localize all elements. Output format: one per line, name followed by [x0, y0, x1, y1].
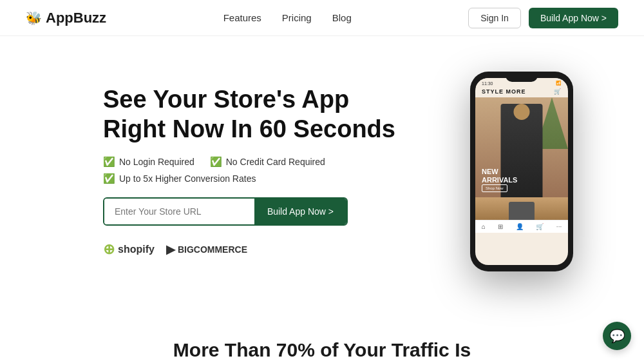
badge-no-login-text: No Login Required: [119, 157, 194, 167]
phone-app-nav-bar: ⌂ ⊞ 👤 🛒 ···: [475, 220, 568, 233]
phone-more-icon: ···: [556, 223, 562, 230]
phone-hero-text: NEW ARRIVALS: [482, 168, 517, 184]
hero-title: See Your Store's App Right Now In 60 Sec…: [103, 85, 399, 144]
shopify-logo: ⊕ shopify: [103, 241, 155, 258]
check-icon-3: ✅: [103, 173, 115, 184]
phone-cart-nav-icon: 🛒: [536, 223, 544, 230]
hero-section: See Your Store's App Right Now In 60 Sec…: [0, 36, 644, 307]
chat-icon: 💬: [609, 328, 625, 344]
navbar: 🐝 AppBuzz Features Pricing Blog Sign In …: [0, 0, 644, 36]
badge-conversion: ✅ Up to 5x Higher Conversion Rates: [103, 173, 256, 184]
badge-conversion-text: Up to 5x Higher Conversion Rates: [119, 173, 256, 184]
hero-form: Build App Now >: [103, 197, 348, 226]
badge-no-credit-text: No Credit Card Required: [226, 157, 325, 167]
phone-mockup-container: 11:30 📶 STYLE MORE 🛒 NEW: [451, 72, 592, 271]
nav-pricing[interactable]: Pricing: [282, 12, 312, 23]
hero-left: See Your Store's App Right Now In 60 Sec…: [103, 85, 399, 257]
phone-notch: [506, 72, 538, 82]
shopify-icon: ⊕: [103, 241, 115, 258]
build-app-hero-button[interactable]: Build App Now >: [254, 199, 346, 224]
phone-signal-icons: 📶: [556, 81, 562, 86]
phone-hero-image: NEW ARRIVALS Shop Now: [475, 97, 568, 197]
phone-home-icon: ⌂: [482, 223, 486, 230]
phone-outer: 11:30 📶 STYLE MORE 🛒 NEW: [470, 72, 573, 271]
phone-user-icon: 👤: [516, 223, 524, 230]
store-url-input[interactable]: [104, 199, 254, 224]
logo[interactable]: 🐝 AppBuzz: [26, 10, 106, 26]
phone-store-name: STYLE MORE: [482, 88, 526, 95]
check-icon-1: ✅: [103, 156, 115, 168]
logo-icon: 🐝: [26, 10, 42, 26]
phone-wrap: 11:30 📶 STYLE MORE 🛒 NEW: [470, 72, 573, 271]
shopify-text: shopify: [118, 244, 155, 255]
phone-store-header: STYLE MORE 🛒: [475, 87, 568, 97]
nav-features[interactable]: Features: [223, 12, 261, 23]
bigcommerce-icon: ▶: [166, 242, 175, 257]
phone-bottom-preview: [475, 197, 568, 220]
bigcommerce-logo: ▶ BIGCOMMERCE: [166, 242, 247, 257]
phone-shop-now: Shop Now: [482, 184, 507, 192]
phone-grid-icon: ⊞: [498, 223, 503, 230]
badge-no-login: ✅ No Login Required: [103, 156, 194, 168]
phone-preview-person: [509, 202, 535, 220]
build-app-nav-button[interactable]: Build App Now >: [529, 8, 618, 28]
hero-badges: ✅ No Login Required ✅ No Credit Card Req…: [103, 156, 399, 184]
phone-screen: 11:30 📶 STYLE MORE 🛒 NEW: [475, 78, 568, 265]
logo-text: AppBuzz: [46, 10, 106, 26]
section2: More Than 70% of Your Traffic Is Coming …: [0, 307, 644, 363]
phone-person-head: [514, 104, 530, 120]
nav-blog[interactable]: Blog: [332, 12, 352, 23]
nav-links: Features Pricing Blog: [223, 12, 352, 23]
section2-heading: More Than 70% of Your Traffic Is Coming …: [155, 339, 489, 363]
check-icon-2: ✅: [210, 156, 222, 168]
badge-no-credit: ✅ No Credit Card Required: [210, 156, 325, 168]
phone-time: 11:30: [482, 81, 493, 86]
nav-actions: Sign In Build App Now >: [468, 8, 618, 28]
signin-button[interactable]: Sign In: [468, 8, 521, 28]
phone-cart-icon: 🛒: [554, 88, 562, 95]
chat-button[interactable]: 💬: [603, 322, 631, 350]
platform-logos: ⊕ shopify ▶ BIGCOMMERCE: [103, 241, 399, 258]
bigcommerce-text: BIGCOMMERCE: [178, 244, 247, 255]
